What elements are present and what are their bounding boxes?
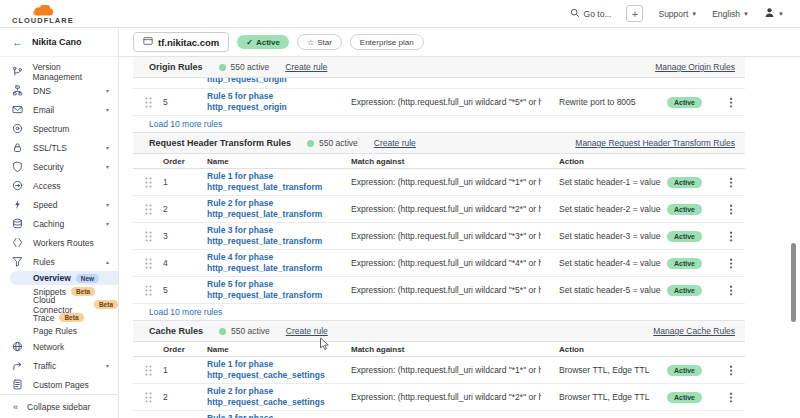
check-icon: ✓: [246, 38, 253, 47]
drag-handle-icon[interactable]: [145, 204, 152, 215]
cloudflare-logo[interactable]: CLOUDFLARE: [12, 5, 74, 25]
rule-order: 5: [163, 285, 191, 295]
rule-name-link[interactable]: Rule 5 for phasehttp_request_origin: [191, 91, 327, 114]
rule-name-link[interactable]: Rule 2 for phasehttp_request_cache_setti…: [191, 386, 327, 409]
back-arrow-icon[interactable]: ←: [12, 36, 23, 48]
sidebar-item-email[interactable]: Email▾: [0, 100, 118, 119]
sidebar-item-cloud-connector[interactable]: Cloud ConnectorBeta: [0, 298, 118, 311]
section-header: Cache Rules550 activeCreate ruleManage C…: [133, 321, 745, 342]
rule-name-link[interactable]: Rule 5 for phasehttp_request_late_transf…: [191, 279, 327, 302]
rule-expression: Expression: (http.request.full_uri wildc…: [327, 285, 541, 295]
rule-action: Browser TTL, Edge TTL: [541, 392, 661, 402]
beta-badge: Beta: [59, 313, 83, 322]
sidebar-item-access[interactable]: Access: [0, 176, 118, 195]
drag-handle-icon[interactable]: [145, 97, 152, 108]
collapse-sidebar-button[interactable]: « Collapse sidebar: [0, 394, 118, 418]
load-more-link[interactable]: Load 10 more rules: [149, 307, 222, 317]
section-title: Origin Rules: [149, 62, 203, 72]
sidebar-item-speed[interactable]: Speed▾: [0, 195, 118, 214]
add-site-button[interactable]: +: [626, 5, 643, 22]
drag-handle-icon[interactable]: [145, 392, 152, 403]
sidebar-item-page-rules[interactable]: Page Rules: [0, 324, 118, 337]
kebab-menu-icon[interactable]: ⋮: [726, 231, 737, 241]
top-bar: CLOUDFLARE Go to... + Support ▼ English …: [0, 0, 800, 28]
rule-order: 2: [163, 392, 191, 402]
sidebar-item-security[interactable]: Security▾: [0, 157, 118, 176]
drag-handle-icon[interactable]: [145, 365, 152, 376]
sidebar-item-overview[interactable]: OverviewNew: [10, 271, 118, 285]
sidebar-item-dns[interactable]: DNS▾: [0, 81, 118, 100]
rule-name-link[interactable]: Rule 2 for phasehttp_request_late_transf…: [191, 198, 327, 221]
kebab-menu-icon[interactable]: ⋮: [726, 365, 737, 375]
language-menu[interactable]: English ▼: [712, 9, 749, 19]
section-title: Request Header Transform Rules: [149, 138, 291, 148]
kebab-menu-icon[interactable]: ⋮: [726, 392, 737, 402]
kebab-menu-icon[interactable]: ⋮: [726, 285, 737, 295]
rules-scroll-area: Origin Rules550 activeCreate ruleManage …: [119, 57, 800, 418]
rule-status-badge: Active: [667, 285, 702, 296]
kebab-menu-icon[interactable]: ⋮: [726, 258, 737, 268]
rule-name-link[interactable]: Rule 3 for phasehttp_request_cache_setti…: [191, 413, 327, 418]
kebab-menu-icon[interactable]: ⋮: [726, 97, 737, 107]
rule-name-link[interactable]: Rule 1 for phasehttp_request_cache_setti…: [191, 359, 327, 382]
sidebar-item-version-management[interactable]: Version Management: [0, 62, 118, 81]
rule-name-link[interactable]: Rule 1 for phasehttp_request_late_transf…: [191, 171, 327, 194]
account-menu[interactable]: ▼: [764, 7, 784, 20]
manage-rules-link[interactable]: Manage Request Header Transform Rules: [575, 138, 735, 148]
rule-status-badge: Active: [667, 231, 702, 242]
drag-handle-icon[interactable]: [145, 258, 152, 269]
rule-action: Browser TTL, Edge TTL: [541, 365, 661, 375]
rule-name-link[interactable]: Rule 3 for phasehttp_request_late_transf…: [191, 225, 327, 248]
section-header: Request Header Transform Rules550 active…: [133, 133, 745, 154]
create-rule-link[interactable]: Create rule: [374, 138, 416, 148]
goto-search[interactable]: Go to...: [570, 8, 612, 20]
vertical-scrollbar[interactable]: [791, 243, 796, 322]
rule-status-badge: Active: [667, 204, 702, 215]
account-name: Nikita Cano: [32, 37, 82, 47]
domain-name: tf.nikitac.com: [158, 37, 219, 48]
table-row: 1Rule 1 for phasehttp_request_late_trans…: [133, 169, 745, 196]
drag-handle-icon[interactable]: [145, 285, 152, 296]
chevron-down-icon: ▼: [691, 11, 697, 17]
browser-window-icon: [143, 36, 153, 48]
section-origin-rules: Origin Rules550 activeCreate ruleManage …: [133, 57, 745, 133]
star-button[interactable]: ☆ Star: [297, 34, 342, 50]
email-icon: [12, 104, 24, 116]
rule-expression: Expression: (http.request.full_uri wildc…: [327, 97, 541, 107]
sidebar-item-caching[interactable]: Caching▾: [0, 214, 118, 233]
sidebar-item-rules[interactable]: Rules▴: [0, 252, 118, 271]
create-rule-link[interactable]: Create rule: [286, 326, 328, 336]
domain-selector[interactable]: tf.nikitac.com: [133, 32, 229, 52]
rule-action: Set static header-5 = value-5: [541, 285, 661, 295]
rule-order: 4: [163, 258, 191, 268]
sidebar-item-network[interactable]: Network: [0, 337, 118, 356]
manage-rules-link[interactable]: Manage Origin Rules: [655, 62, 735, 72]
kebab-menu-icon[interactable]: ⋮: [726, 204, 737, 214]
plan-badge: Enterprise plan: [350, 34, 424, 50]
security-shield-icon: [12, 161, 24, 173]
sidebar-item-workers-routes[interactable]: Workers Routes: [0, 233, 118, 252]
search-icon: [570, 8, 580, 20]
sidebar-item-ssl-tls[interactable]: SSL/TLS▾: [0, 138, 118, 157]
support-menu[interactable]: Support ▼: [658, 9, 697, 19]
manage-rules-link[interactable]: Manage Cache Rules: [653, 326, 735, 336]
sidebar-item-spectrum[interactable]: Spectrum: [0, 119, 118, 138]
rule-action: Set static header-2 = value-2: [541, 204, 661, 214]
cloudflare-dashboard: CLOUDFLARE Go to... + Support ▼ English …: [0, 0, 800, 418]
rule-order: 5: [163, 97, 191, 107]
drag-handle-icon[interactable]: [145, 231, 152, 242]
main-content: tf.nikitac.com ✓ Active ☆ Star Enterpris…: [119, 28, 800, 418]
create-rule-link[interactable]: Create rule: [285, 62, 327, 72]
rule-action: Set static header-4 = value-4: [541, 258, 661, 268]
drag-handle-icon[interactable]: [145, 177, 152, 188]
rules-icon: [12, 256, 24, 268]
table-row: 3Rule 3 for phasehttp_request_cache_sett…: [133, 411, 745, 418]
ssl-lock-icon: [12, 142, 24, 154]
table-header: OrderNameMatch againstAction: [133, 154, 745, 169]
load-more-link[interactable]: Load 10 more rules: [149, 119, 222, 129]
table-row: 5Rule 5 for phasehttp_request_late_trans…: [133, 277, 745, 304]
kebab-menu-icon[interactable]: ⋮: [726, 177, 737, 187]
sidebar-item-traffic[interactable]: Traffic▾: [0, 356, 118, 375]
sidebar-item-custom-pages[interactable]: Custom Pages: [0, 375, 118, 394]
rule-name-link[interactable]: Rule 4 for phasehttp_request_late_transf…: [191, 252, 327, 275]
